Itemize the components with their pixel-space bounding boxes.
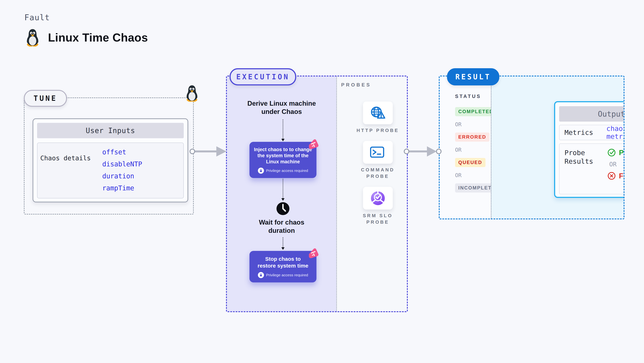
probes-heading: PROBES <box>341 82 371 88</box>
chaos-badge-icon <box>307 248 319 260</box>
chaos-details-label: Chaos details <box>40 154 102 198</box>
check-circle-icon <box>608 148 616 157</box>
derive-line2: under Chaos <box>261 108 302 115</box>
srm-slo-probe-label: SRM SLO PROBE <box>356 212 399 225</box>
privilege-note-row: Privilege access required <box>253 272 313 278</box>
stop-line1: Stop chaos to <box>265 256 301 262</box>
probes-panel: PROBES HTTP PROBE COMMAND PROBE SRM SLO … <box>336 76 407 311</box>
tune-pill-label: TUNE <box>34 94 57 102</box>
probe-results-row: Probe Results Passed OR Failed <box>559 144 624 194</box>
status-heading: STATUS <box>455 94 481 99</box>
privilege-note: Privilege access required <box>266 273 308 277</box>
inject-chaos-title: Inject chaos to to change the system tim… <box>253 146 313 165</box>
privilege-note: Privilege access required <box>266 168 308 173</box>
output-title: Output <box>598 110 624 118</box>
inject-line3: Linux machine <box>266 159 300 164</box>
inject-line2: the system time of the <box>257 153 308 158</box>
chaos-details-values: offset disableNTP duration rampTime <box>102 149 142 198</box>
wait-step-title: Wait for chaos duration <box>227 218 336 235</box>
or-separator: OR <box>455 121 462 128</box>
execution-section-box: Derive Linux machine under Chaos Inject … <box>226 76 408 312</box>
wait-line1: Wait for chaos <box>259 219 304 226</box>
slo-donut-icon <box>370 190 386 206</box>
user-inputs-body: Chaos details offset disableNTP duration… <box>37 142 184 198</box>
status-badge-queued: QUEUED <box>455 158 486 167</box>
result-pill: RESULT <box>447 68 499 86</box>
or-separator: OR <box>609 161 624 168</box>
or-separator: OR <box>455 147 462 153</box>
flow-arrow-tune-to-execution <box>186 142 229 160</box>
result-pill-label: RESULT <box>456 73 491 81</box>
passed-label: Passed <box>619 149 624 157</box>
srm-slo-probe-card <box>363 187 393 210</box>
wait-line2: duration <box>268 227 295 234</box>
derive-step-title: Derive Linux machine under Chaos <box>227 100 336 116</box>
http-probe-card <box>363 102 393 124</box>
status-badge-errored: ERRORED <box>455 132 490 142</box>
metrics-row: Metrics chaos metrics <box>559 125 624 140</box>
execution-pill: EXECUTION <box>230 68 296 86</box>
metrics-label: Metrics <box>564 128 606 136</box>
probe-item-command: COMMAND PROBE <box>337 141 407 180</box>
output-card: Output Metrics chaos metrics Probe Resul… <box>554 101 624 198</box>
inject-chaos-box: Inject chaos to to change the system tim… <box>250 142 316 178</box>
command-probe-label: COMMAND PROBE <box>356 166 399 180</box>
connector-arrow-3 <box>282 237 283 247</box>
page-header: Linux Time Chaos <box>25 29 148 46</box>
status-badge-completed: COMPLETED <box>455 107 497 116</box>
probe-results-label: Probe Results <box>564 148 608 194</box>
stop-line2: restore system time <box>258 263 308 268</box>
probe-item-srm-slo: SRM SLO PROBE <box>337 187 407 225</box>
globe-alert-icon <box>370 106 386 120</box>
lock-icon <box>258 168 264 174</box>
output-card-header: Output <box>559 106 624 122</box>
http-probe-label: HTTP PROBE <box>356 127 399 134</box>
inject-line1: Inject chaos to to change <box>254 147 312 152</box>
passed-state-row: Passed <box>608 148 624 157</box>
value-offset: offset <box>102 149 142 156</box>
privilege-note-row: Privilege access required <box>253 168 313 174</box>
execution-pill-label: EXECUTION <box>236 73 290 81</box>
lock-icon <box>258 272 264 278</box>
stop-chaos-title: Stop chaos to restore system time <box>253 256 313 269</box>
tux-penguin-icon <box>25 29 40 46</box>
connector-arrow-2 <box>282 179 283 198</box>
result-section-box: STATUS COMPLETED OR ERRORED OR QUEUED OR… <box>439 76 624 220</box>
user-inputs-title: User Inputs <box>86 126 135 135</box>
probe-item-http: HTTP PROBE <box>337 102 407 134</box>
status-column: STATUS COMPLETED OR ERRORED OR QUEUED OR… <box>440 76 491 218</box>
chaos-badge-icon <box>307 138 319 150</box>
flow-arrow-execution-to-result <box>400 142 444 160</box>
terminal-icon <box>370 146 386 159</box>
execution-flow-panel: Derive Linux machine under Chaos Inject … <box>227 76 336 311</box>
value-disablentp: disableNTP <box>102 161 142 168</box>
user-inputs-card: User Inputs Chaos details offset disable… <box>32 118 188 202</box>
clock-icon <box>276 202 290 216</box>
stop-chaos-box: Stop chaos to restore system time Privil… <box>250 251 316 282</box>
user-inputs-header: User Inputs <box>37 123 184 138</box>
page-title: Linux Time Chaos <box>48 31 148 44</box>
failed-label: Failed <box>619 172 624 180</box>
command-probe-card <box>363 141 393 164</box>
derive-line1: Derive Linux machine <box>247 100 316 107</box>
connector-arrow-1 <box>282 120 283 139</box>
failed-state-row: Failed <box>608 172 624 180</box>
value-ramptime: rampTime <box>102 185 142 192</box>
or-separator: OR <box>455 172 462 178</box>
value-duration: duration <box>102 173 142 180</box>
metrics-value: chaos metrics <box>606 125 624 140</box>
probe-results-states: Passed OR Failed <box>608 148 624 194</box>
tux-penguin-icon <box>185 85 199 102</box>
output-zone: Output Metrics chaos metrics Probe Resul… <box>491 76 624 218</box>
x-circle-icon <box>608 172 616 180</box>
tune-pill: TUNE <box>24 90 67 107</box>
fault-kicker: Fault <box>24 13 50 22</box>
